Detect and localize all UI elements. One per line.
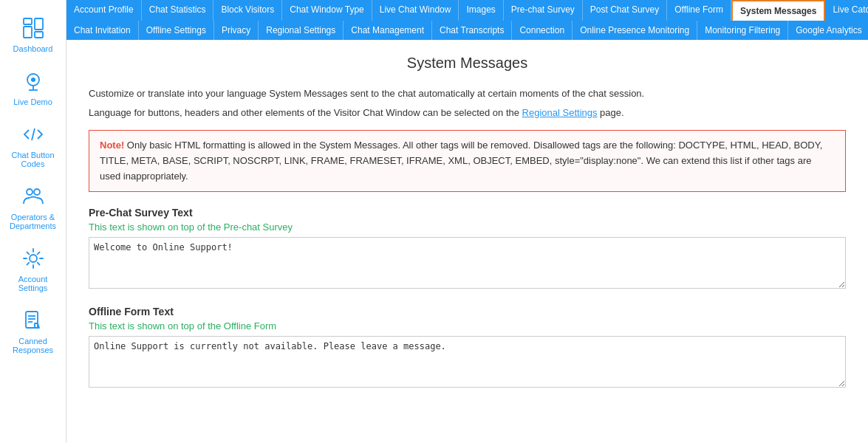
svg-line-8 [32, 128, 35, 140]
tab-chat-statistics[interactable]: Chat Statistics [142, 0, 214, 21]
tab-regional-settings[interactable]: Regional Settings [259, 21, 344, 40]
note-text: Only basic HTML formatting is allowed in… [100, 140, 822, 182]
prechat-survey-section: Pre-Chat Survey Text This text is shown … [89, 207, 846, 291]
tab-chat-invitation[interactable]: Chat Invitation [66, 21, 139, 40]
tab-system-messages[interactable]: System Messages [731, 0, 825, 21]
sidebar-item-label: Operators & Departments [4, 213, 62, 230]
description-2-before: Language for buttons, headers and other … [89, 107, 522, 118]
tab-monitoring-filtering[interactable]: Monitoring Filtering [697, 21, 788, 40]
offline-form-section: Offline Form Text This text is shown on … [89, 306, 846, 390]
sidebar-item-label: Account Settings [4, 275, 62, 292]
note-label: Note! [100, 140, 124, 151]
tab-chat-window-type[interactable]: Chat Window Type [282, 0, 372, 21]
operators-icon [20, 183, 47, 210]
settings-icon [20, 245, 47, 272]
tab-post-chat-survey[interactable]: Post Chat Survey [583, 0, 667, 21]
svg-point-11 [30, 255, 37, 262]
tab-row-2: Chat Invitation Offline Settings Privacy… [66, 21, 868, 40]
tab-connection[interactable]: Connection [512, 21, 573, 40]
svg-point-10 [34, 189, 40, 195]
tab-offline-form[interactable]: Offline Form [667, 0, 731, 21]
prechat-title: Pre-Chat Survey Text [89, 207, 846, 219]
tab-account-profile[interactable]: Account Profile [66, 0, 142, 21]
tab-live-chat-window[interactable]: Live Chat Window [372, 0, 459, 21]
tab-online-presence-monitoring[interactable]: Online Presence Monitoring [573, 21, 697, 40]
tab-google-analytics[interactable]: Google Analytics [788, 21, 868, 40]
canned-icon [20, 307, 47, 334]
tab-privacy[interactable]: Privacy [214, 21, 259, 40]
svg-rect-0 [24, 18, 32, 24]
svg-rect-1 [24, 27, 32, 38]
offline-title: Offline Form Text [89, 306, 846, 317]
sidebar-item-label: Chat Button Codes [4, 151, 62, 168]
sidebar-item-chat-button-codes[interactable]: Chat Button Codes [0, 114, 66, 176]
description-2-after: page. [598, 107, 624, 118]
description-2: Language for buttons, headers and other … [89, 106, 846, 120]
content-area: System Messages Customize or translate i… [66, 40, 868, 443]
regional-settings-link[interactable]: Regional Settings [522, 107, 598, 118]
prechat-subtitle: This text is shown on top of the Pre-cha… [89, 222, 846, 233]
offline-subtitle: This text is shown on top of the Offline… [89, 320, 846, 332]
tab-offline-settings[interactable]: Offline Settings [139, 21, 214, 40]
sidebar-item-label: Dashboard [13, 44, 53, 53]
sidebar-item-dashboard[interactable]: Dashboard [0, 7, 66, 61]
tab-chat-transcripts[interactable]: Chat Transcripts [432, 21, 512, 40]
main-area: Account Profile Chat Statistics Block Vi… [66, 0, 868, 443]
page-title: System Messages [89, 55, 846, 72]
svg-rect-12 [26, 312, 38, 328]
description-1: Customize or translate into your languag… [89, 86, 846, 101]
offline-textarea[interactable] [89, 336, 846, 388]
svg-rect-2 [35, 18, 43, 30]
code-icon [20, 121, 47, 148]
sidebar-item-operators-departments[interactable]: Operators & Departments [0, 176, 66, 238]
live-demo-icon [20, 68, 47, 95]
svg-point-5 [31, 78, 35, 82]
sidebar: Dashboard Live Demo Chat Button Codes [0, 0, 66, 443]
tab-pre-chat-survey[interactable]: Pre-chat Survey [504, 0, 583, 21]
sidebar-item-canned-responses[interactable]: Canned Responses [0, 300, 66, 362]
tab-chat-management[interactable]: Chat Management [344, 21, 432, 40]
sidebar-item-live-demo[interactable]: Live Demo [0, 61, 66, 114]
svg-rect-3 [35, 32, 43, 38]
prechat-textarea[interactable] [89, 237, 846, 289]
svg-point-9 [27, 189, 33, 195]
note-box: Note! Only basic HTML formatting is allo… [89, 130, 846, 192]
tab-row-1: Account Profile Chat Statistics Block Vi… [66, 0, 868, 21]
dashboard-icon [20, 15, 47, 41]
sidebar-item-account-settings[interactable]: Account Settings [0, 238, 66, 300]
tab-block-visitors[interactable]: Block Visitors [213, 0, 282, 21]
tab-images[interactable]: Images [459, 0, 503, 21]
sidebar-item-label: Canned Responses [4, 337, 62, 354]
tab-live-catcher[interactable]: Live Catcher [825, 0, 868, 21]
sidebar-item-label: Live Demo [13, 97, 52, 106]
